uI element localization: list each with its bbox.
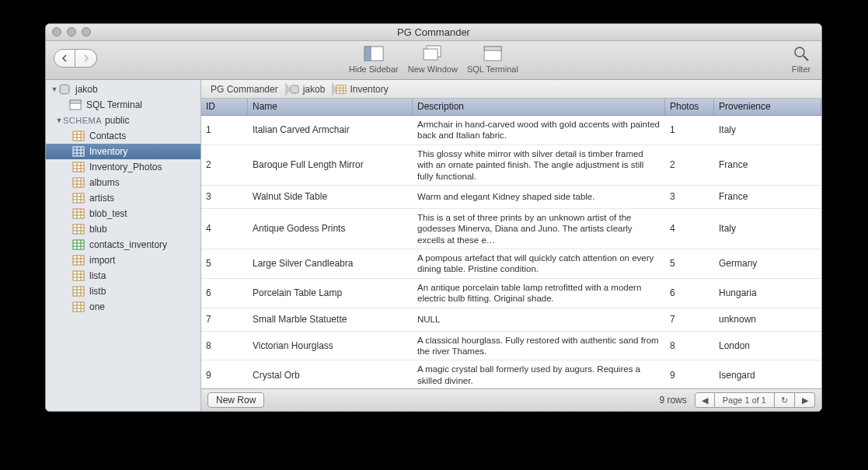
cell-provenience[interactable]: France: [714, 157, 821, 172]
sidebar-table-contacts_inventory[interactable]: contacts_inventory: [46, 237, 200, 252]
close-button[interactable]: [52, 27, 61, 37]
sidebar-table-contacts[interactable]: Contacts: [46, 128, 200, 144]
sidebar-table-blob_test[interactable]: blob_test: [46, 206, 200, 221]
cell-id[interactable]: 3: [201, 189, 248, 204]
cell-provenience[interactable]: Germany: [714, 256, 821, 271]
cell-id[interactable]: 7: [201, 312, 248, 327]
cell-description[interactable]: Warm and elegant Kidney shaped side tabl…: [413, 188, 665, 205]
table-row[interactable]: 2Baroque Full Length MirrorThis glossy w…: [201, 145, 821, 186]
back-button[interactable]: [54, 49, 75, 68]
breadcrumb-item-root[interactable]: PG Commander: [207, 80, 286, 98]
sidebar-database[interactable]: ▼ jakob: [46, 82, 200, 97]
breadcrumb-item-db[interactable]: jakob: [286, 80, 333, 98]
table-row[interactable]: 7Small Marble StatuetteNULL7unknown: [201, 308, 821, 332]
cell-id[interactable]: 8: [201, 338, 248, 353]
sidebar-table-listb[interactable]: listb: [46, 284, 200, 299]
cell-photos[interactable]: 4: [665, 221, 714, 236]
column-header-photos[interactable]: Photos: [665, 99, 714, 115]
cell-name[interactable]: Victorian Hourglass: [248, 338, 413, 353]
svg-rect-72: [336, 85, 346, 92]
forward-button[interactable]: [75, 49, 97, 68]
table-row[interactable]: 5Large Silver CandleabraA pompous artefa…: [201, 249, 821, 279]
cell-name[interactable]: Baroque Full Length Mirror: [248, 157, 413, 172]
cell-description[interactable]: NULL: [413, 311, 665, 328]
sidebar-table-lista[interactable]: lista: [46, 268, 200, 284]
cell-photos[interactable]: 6: [665, 285, 714, 301]
new-window-button[interactable]: New Window: [408, 44, 458, 74]
sidebar-table-label: lista: [89, 270, 106, 281]
cell-description[interactable]: Armchair in hand-carved wood with gold a…: [413, 116, 665, 144]
table-row[interactable]: 9Crystal OrbA magic crystal ball formerl…: [201, 360, 821, 388]
cell-provenience[interactable]: unknown: [714, 312, 821, 327]
sidebar-table-one[interactable]: one: [46, 299, 200, 315]
svg-rect-31: [73, 193, 84, 203]
sql-terminal-button[interactable]: SQL Terminal: [467, 44, 518, 74]
cell-photos[interactable]: 1: [665, 122, 714, 138]
cell-provenience[interactable]: Hungaria: [714, 285, 821, 301]
table-row[interactable]: 1Italian Carved ArmchairArmchair in hand…: [201, 116, 821, 145]
filter-button[interactable]: Filter: [790, 44, 812, 74]
sidebar-table-albums[interactable]: albums: [46, 175, 200, 190]
column-header-name[interactable]: Name: [248, 99, 413, 115]
prev-page-button[interactable]: ◀: [695, 392, 715, 408]
cell-id[interactable]: 5: [201, 256, 248, 271]
breadcrumb-item-table[interactable]: Inventory: [333, 80, 396, 98]
disclosure-triangle-icon[interactable]: ▼: [55, 117, 63, 124]
table-row[interactable]: 6Porcelain Table LampAn antique porcelai…: [201, 279, 821, 308]
minimize-button[interactable]: [67, 27, 76, 37]
sidebar-table-blub[interactable]: blub: [46, 221, 200, 237]
cell-provenience[interactable]: Italy: [714, 221, 821, 236]
page-indicator[interactable]: Page 1 of 1: [715, 392, 775, 408]
cell-name[interactable]: Large Silver Candleabra: [248, 256, 413, 271]
column-header-provenience[interactable]: Provenience: [714, 99, 821, 115]
cell-description[interactable]: A classical hourglass. Fully restored wi…: [413, 332, 665, 360]
cell-provenience[interactable]: France: [714, 189, 821, 204]
sidebar-table-inventory[interactable]: Inventory: [46, 144, 200, 159]
cell-description[interactable]: This glossy white mirror with silver det…: [413, 145, 665, 185]
disclosure-triangle-icon[interactable]: ▼: [51, 85, 58, 93]
column-header-id[interactable]: ID: [201, 99, 248, 115]
cell-id[interactable]: 9: [201, 367, 248, 383]
cell-photos[interactable]: 5: [665, 256, 714, 271]
sidebar-table-artists[interactable]: artists: [46, 190, 200, 206]
table-row[interactable]: 4Antique Godess PrintsThis is a set of t…: [201, 209, 821, 249]
cell-id[interactable]: 4: [201, 221, 248, 236]
cell-provenience[interactable]: Italy: [714, 122, 821, 138]
cell-photos[interactable]: 2: [665, 157, 714, 172]
cell-id[interactable]: 1: [201, 122, 248, 138]
cell-description[interactable]: A pompous artefact that will quickly cat…: [413, 249, 665, 278]
table-row[interactable]: 3Walnut Side TableWarm and elegant Kidne…: [201, 186, 821, 209]
hide-sidebar-button[interactable]: Hide Sidebar: [349, 44, 399, 74]
sidebar-table-import[interactable]: import: [46, 252, 200, 268]
sidebar-sql-terminal[interactable]: SQL Terminal: [46, 97, 200, 113]
zoom-button[interactable]: [82, 27, 91, 37]
sidebar-table-inventory_photos[interactable]: Inventory_Photos: [46, 159, 200, 175]
cell-name[interactable]: Antique Godess Prints: [248, 221, 413, 236]
cell-id[interactable]: 6: [201, 285, 248, 301]
cell-photos[interactable]: 9: [665, 367, 714, 383]
sidebar-schema[interactable]: ▼ SCHEMA public: [46, 113, 200, 128]
database-label: jakob: [75, 84, 98, 95]
cell-provenience[interactable]: London: [714, 338, 821, 353]
reload-button[interactable]: ↻: [775, 392, 795, 408]
cell-id[interactable]: 2: [201, 157, 248, 172]
cell-photos[interactable]: 7: [665, 312, 714, 327]
cell-description[interactable]: A magic crystal ball formerly used by au…: [413, 360, 665, 388]
cell-photos[interactable]: 8: [665, 338, 714, 353]
cell-photos[interactable]: 3: [665, 189, 714, 204]
titlebar[interactable]: PG Commander: [46, 24, 821, 41]
cell-name[interactable]: Porcelain Table Lamp: [248, 285, 413, 301]
cell-name[interactable]: Crystal Orb: [248, 367, 413, 383]
cell-name[interactable]: Walnut Side Table: [248, 189, 413, 204]
cell-description[interactable]: An antique porcelain table lamp retrofit…: [413, 279, 665, 308]
table-icon: [72, 146, 85, 157]
cell-description[interactable]: This is a set of three prints by an unkn…: [413, 209, 665, 249]
cell-provenience[interactable]: Isengard: [714, 367, 821, 383]
column-header-description[interactable]: Description: [413, 99, 665, 115]
new-row-button[interactable]: New Row: [207, 392, 264, 408]
sidebar-table-label: artists: [89, 193, 114, 204]
cell-name[interactable]: Italian Carved Armchair: [248, 122, 413, 138]
table-row[interactable]: 8Victorian HourglassA classical hourglas…: [201, 332, 821, 361]
next-page-button[interactable]: ▶: [795, 392, 815, 408]
cell-name[interactable]: Small Marble Statuette: [248, 312, 413, 327]
